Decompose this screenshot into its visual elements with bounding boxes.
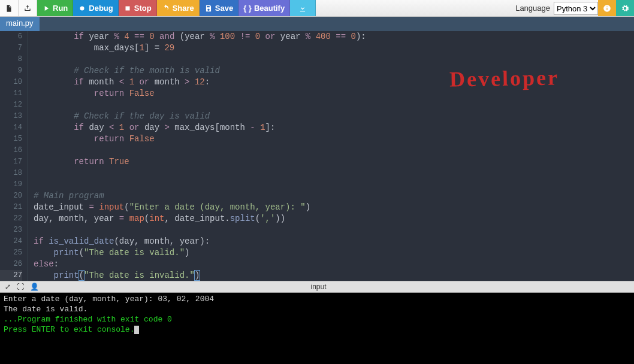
share-button[interactable]: Share xyxy=(157,0,200,16)
handwritten-annotation: Developer xyxy=(449,65,560,92)
code-line[interactable] xyxy=(34,54,634,65)
console-output[interactable]: Enter a date (day, month, year): 03, 02,… xyxy=(0,293,634,364)
download-icon xyxy=(298,4,307,13)
console-line: Enter a date (day, month, year): 03, 02,… xyxy=(4,294,630,304)
line-gutter: 6789101112131415161718192021222324252627 xyxy=(0,31,28,281)
code-line[interactable] xyxy=(34,225,634,236)
code-line[interactable]: if is_valid_date(day, month, year): xyxy=(34,236,634,247)
new-file-button[interactable] xyxy=(0,0,19,16)
info-icon xyxy=(603,4,611,13)
code-line[interactable] xyxy=(34,168,634,179)
console-line: The date is valid. xyxy=(4,304,630,314)
svg-rect-4 xyxy=(606,6,607,7)
download-button[interactable] xyxy=(290,0,316,16)
person-icon[interactable]: 👤 xyxy=(30,283,39,291)
stop-icon xyxy=(123,4,132,13)
maximize-icon[interactable]: ⛶ xyxy=(17,283,24,291)
svg-rect-3 xyxy=(606,7,607,10)
code-line[interactable]: return True xyxy=(34,156,634,168)
folder-open-icon xyxy=(23,4,32,13)
code-line[interactable]: # Check if the day is valid xyxy=(34,111,634,122)
code-line[interactable] xyxy=(34,179,634,190)
save-icon xyxy=(204,4,213,13)
settings-button[interactable] xyxy=(616,0,634,16)
code-line[interactable]: return False xyxy=(34,134,634,145)
console-line: Press ENTER to exit console. xyxy=(4,324,630,335)
code-line[interactable]: else: xyxy=(34,259,634,270)
info-button[interactable] xyxy=(598,0,616,16)
run-button[interactable]: Run xyxy=(37,0,73,16)
code-line[interactable]: print("The date is invalid.") xyxy=(34,270,634,281)
console-tab-label[interactable]: input xyxy=(39,283,598,291)
debug-label: Debug xyxy=(89,4,113,13)
open-file-button[interactable] xyxy=(19,0,37,16)
stop-button[interactable]: Stop xyxy=(119,0,157,16)
code-line[interactable]: max_days[1] = 29 xyxy=(34,43,634,54)
expand-icon[interactable]: ⤢ xyxy=(5,283,11,291)
code-line[interactable]: if day < 1 or day > max_days[month - 1]: xyxy=(34,122,634,134)
code-editor[interactable]: 6789101112131415161718192021222324252627… xyxy=(0,31,634,281)
play-icon xyxy=(42,4,50,13)
debug-button[interactable]: Debug xyxy=(73,0,118,16)
braces-icon: { } xyxy=(243,4,252,13)
share-icon xyxy=(162,4,170,13)
gear-icon xyxy=(621,4,629,13)
language-label: Language xyxy=(512,0,554,16)
console-toolbar: ⤢ ⛶ 👤 input xyxy=(0,281,634,293)
tab-bar: main.py xyxy=(0,17,634,31)
code-line[interactable]: print("The date is valid.") xyxy=(34,247,634,259)
tab-main-py[interactable]: main.py xyxy=(0,17,40,31)
svg-rect-1 xyxy=(125,6,129,10)
beautify-label: Beautify xyxy=(254,4,285,13)
file-icon xyxy=(5,4,13,13)
main-toolbar: Run Debug Stop Share Save { }Beautify La… xyxy=(0,0,634,17)
code-line[interactable] xyxy=(34,145,634,156)
code-line[interactable]: if year % 4 == 0 and (year % 100 != 0 or… xyxy=(34,31,634,43)
code-line[interactable]: # Main program xyxy=(34,190,634,202)
stop-label: Stop xyxy=(134,4,152,13)
console-line: ...Program finished with exit code 0 xyxy=(4,314,630,324)
svg-point-0 xyxy=(80,6,84,10)
save-button[interactable]: Save xyxy=(200,0,238,16)
code-line[interactable] xyxy=(34,99,634,111)
language-select[interactable]: Python 3 xyxy=(554,2,598,15)
beautify-button[interactable]: { }Beautify xyxy=(238,0,290,16)
toolbar-spacer xyxy=(316,0,512,16)
code-line[interactable]: date_input = input("Enter a date (day, m… xyxy=(34,202,634,213)
save-label: Save xyxy=(215,4,233,13)
share-label: Share xyxy=(173,4,194,13)
run-label: Run xyxy=(53,4,68,13)
debug-icon xyxy=(78,4,86,13)
code-line[interactable]: day, month, year = map(int, date_input.s… xyxy=(34,213,634,225)
